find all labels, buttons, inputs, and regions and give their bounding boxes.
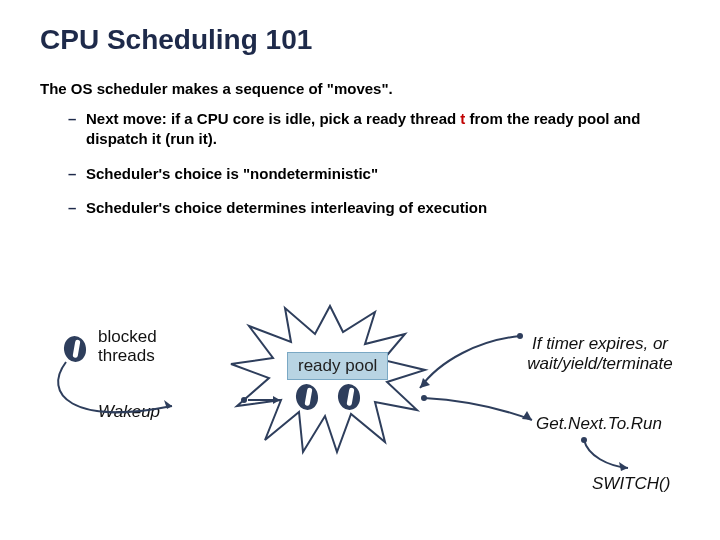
bullet-2: Scheduler's choice is "nondeterministic" — [68, 164, 680, 184]
switch-arrow-icon — [578, 436, 638, 476]
svg-point-1 — [241, 397, 247, 403]
enter-arrow-icon — [240, 390, 290, 410]
slide-title: CPU Scheduling 101 — [40, 24, 680, 56]
ready-pool-label: ready pool — [287, 352, 388, 380]
bullet-list: Next move: if a CPU core is idle, pick a… — [40, 109, 680, 218]
getnext-arrow-icon — [420, 390, 540, 430]
diagram: blocked threads Wakeup ready pool If tim… — [0, 310, 720, 540]
bullet-1: Next move: if a CPU core is idle, pick a… — [68, 109, 680, 150]
bullet-1-pre: Next move: if a CPU core is idle, pick a… — [86, 110, 460, 127]
svg-point-4 — [421, 395, 427, 401]
bullet-3: Scheduler's choice determines interleavi… — [68, 198, 680, 218]
slide: CPU Scheduling 101 The OS scheduler make… — [0, 0, 720, 540]
wakeup-arrow-icon — [42, 354, 242, 434]
getnext-label: Get.Next.To.Run — [536, 414, 662, 434]
switch-label: SWITCH() — [592, 474, 670, 494]
timer-label: If timer expires, or wait/yield/terminat… — [510, 334, 690, 375]
svg-point-5 — [581, 437, 587, 443]
intro-text: The OS scheduler makes a sequence of "mo… — [40, 80, 680, 97]
